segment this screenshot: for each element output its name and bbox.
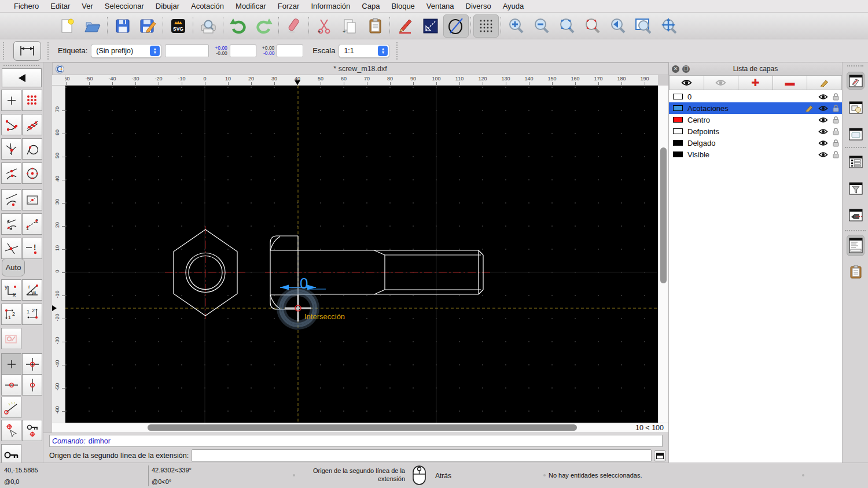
- coordinate-cartesian-button[interactable]: yx: [1, 279, 21, 301]
- layer-color-swatch[interactable]: [673, 151, 683, 157]
- tolerance-lower-field[interactable]: [277, 45, 303, 57]
- command-toggle-button[interactable]: [654, 450, 666, 461]
- menu-forzar[interactable]: Forzar: [272, 0, 306, 13]
- undo-button[interactable]: [226, 14, 251, 38]
- clipboard-dock-button[interactable]: [847, 263, 865, 280]
- snap-tangent-button[interactable]: [22, 138, 42, 160]
- zoom-auto-button[interactable]: [554, 14, 580, 38]
- layer-color-swatch[interactable]: [673, 140, 683, 146]
- menu-ver[interactable]: Ver: [76, 0, 99, 13]
- hide-all-layers-button[interactable]: [704, 75, 739, 90]
- snap-intersection-button[interactable]: [1, 238, 21, 259]
- menu-ventana[interactable]: Ventana: [421, 0, 460, 13]
- layer-color-swatch[interactable]: [673, 117, 683, 123]
- zoom-window-button[interactable]: [631, 14, 656, 38]
- add-layer-button[interactable]: ✚: [738, 75, 773, 90]
- menu-editar[interactable]: Editar: [45, 0, 76, 13]
- command-console-dock-button[interactable]: [847, 235, 865, 256]
- layer-lock-icon[interactable]: [832, 139, 840, 147]
- snap-distance-button[interactable]: 12: [22, 213, 42, 235]
- dimension-tools-dock-button[interactable]: [847, 206, 865, 224]
- order-points-1-button[interactable]: 12: [1, 304, 21, 325]
- vertical-scrollbar-thumb[interactable]: [660, 147, 667, 283]
- zoom-in-button[interactable]: [503, 14, 529, 38]
- auto-snap-button[interactable]: Auto: [2, 258, 25, 276]
- snap-middle-button[interactable]: [1, 162, 21, 184]
- layer-color-swatch[interactable]: [673, 105, 683, 111]
- svg-export-button[interactable]: SVG: [165, 14, 191, 38]
- layer-row-defpoints[interactable]: Defpoints: [669, 125, 842, 137]
- line-tool-button[interactable]: [418, 14, 443, 38]
- toolbar-handle[interactable]: [3, 42, 7, 60]
- menu-diverso[interactable]: Diverso: [460, 0, 497, 13]
- draw-pencil-button[interactable]: [392, 14, 418, 38]
- restrict-orthogonal-button[interactable]: [22, 353, 42, 375]
- menu-capa[interactable]: Capa: [356, 0, 385, 13]
- document-title-bar[interactable]: * screw_m18.dxf: [52, 62, 668, 75]
- angle-relative-button[interactable]: [1, 397, 21, 418]
- restrict-horizontal-button[interactable]: [1, 374, 21, 395]
- prefix-select[interactable]: (Sin prefijo) ▲▼: [91, 44, 161, 58]
- menu-ayuda[interactable]: Ayuda: [497, 0, 530, 13]
- layer-visible-eye-icon[interactable]: [818, 94, 828, 100]
- copy-button[interactable]: +: [337, 14, 362, 38]
- layer-list-dock-button[interactable]: [847, 72, 865, 90]
- set-relative-zero-button[interactable]: [1, 420, 21, 441]
- snap-nearest-button[interactable]: [1, 189, 21, 210]
- horizontal-scrollbar-thumb[interactable]: [148, 424, 577, 431]
- snap-endpoints-button[interactable]: [1, 114, 21, 135]
- label-text-field[interactable]: [165, 45, 209, 57]
- layer-lock-icon[interactable]: [832, 104, 840, 112]
- redo-button[interactable]: [251, 14, 277, 38]
- zoom-out-button[interactable]: [529, 14, 554, 38]
- block-list-dock-button[interactable]: [847, 98, 865, 116]
- menu-fichero[interactable]: Fichero: [8, 0, 45, 13]
- layer-lock-icon[interactable]: [832, 93, 840, 101]
- remove-layer-button[interactable]: ▬: [773, 75, 808, 90]
- vertical-scrollbar[interactable]: [658, 86, 668, 423]
- snap-grid-button[interactable]: [22, 90, 42, 111]
- ellipse-tool-button[interactable]: [443, 14, 469, 38]
- paste-button[interactable]: [362, 14, 388, 38]
- snap-reference-button[interactable]: [22, 189, 42, 210]
- menu-modificar[interactable]: Modificar: [230, 0, 272, 13]
- undock-panel-button[interactable]: ❐: [682, 65, 690, 73]
- restrict-nothing-button[interactable]: [1, 353, 21, 375]
- entity-list-dock-button[interactable]: [847, 153, 865, 171]
- show-all-layers-button[interactable]: [669, 75, 704, 90]
- escala-select[interactable]: 1:1 ▲▼: [339, 44, 389, 58]
- layer-row-delgado[interactable]: Delgado: [669, 137, 842, 149]
- menu-información[interactable]: Información: [305, 0, 356, 13]
- print-preview-button[interactable]: [196, 14, 221, 38]
- command-input[interactable]: [192, 449, 652, 462]
- strip-handle[interactable]: [847, 65, 863, 66]
- save-button[interactable]: [110, 14, 135, 38]
- snap-intersection-manual-button[interactable]: !: [22, 238, 42, 259]
- new-file-button[interactable]: [54, 14, 80, 38]
- lock-relative-zero-button[interactable]: [22, 420, 42, 441]
- layer-visible-eye-icon[interactable]: [818, 151, 828, 158]
- back-button[interactable]: [2, 68, 42, 87]
- toolbar-handle[interactable]: [47, 42, 52, 60]
- menu-acotación[interactable]: Acotación: [185, 0, 230, 13]
- layer-color-swatch[interactable]: [673, 128, 683, 134]
- snap-perpendicular-button[interactable]: [1, 138, 21, 160]
- cut-button[interactable]: +: [311, 14, 337, 38]
- menu-dibujar[interactable]: Dibujar: [150, 0, 185, 13]
- close-panel-button[interactable]: ✕: [672, 65, 679, 73]
- palette-handle[interactable]: [3, 65, 39, 66]
- layer-row-centro[interactable]: Centro: [669, 114, 842, 125]
- edit-layer-button[interactable]: [807, 75, 842, 90]
- snap-distance-manual-button[interactable]: [1, 213, 21, 235]
- zoom-previous-button[interactable]: [605, 14, 631, 38]
- toolbar-handle[interactable]: [396, 42, 400, 60]
- layer-visible-eye-icon[interactable]: [818, 105, 828, 112]
- selection-filter-dock-button[interactable]: [847, 179, 865, 197]
- save-as-button[interactable]: [135, 14, 161, 38]
- menu-bloque[interactable]: Bloque: [385, 0, 420, 13]
- layer-visible-eye-icon[interactable]: [818, 140, 828, 146]
- snap-free-button[interactable]: [1, 90, 21, 111]
- layer-row-0[interactable]: 0: [669, 91, 842, 102]
- layer-visible-eye-icon[interactable]: [818, 128, 828, 135]
- snap-center-button[interactable]: [22, 162, 42, 184]
